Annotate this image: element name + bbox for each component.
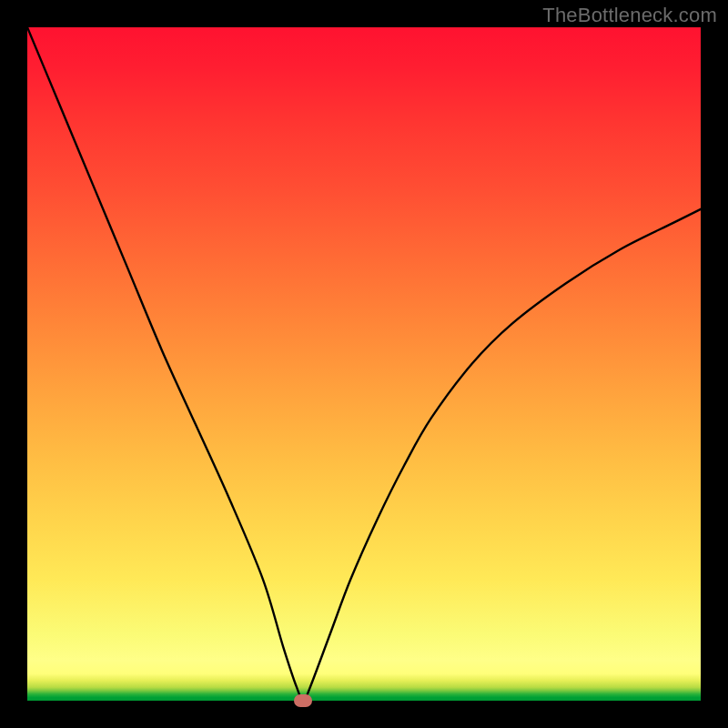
watermark-text: TheBottleneck.com [542, 4, 717, 27]
chart-frame: TheBottleneck.com [0, 0, 728, 728]
bottleneck-curve-svg [27, 27, 701, 701]
bottleneck-curve-path [27, 27, 701, 701]
optimal-point-marker [294, 694, 312, 707]
plot-area [27, 27, 701, 701]
